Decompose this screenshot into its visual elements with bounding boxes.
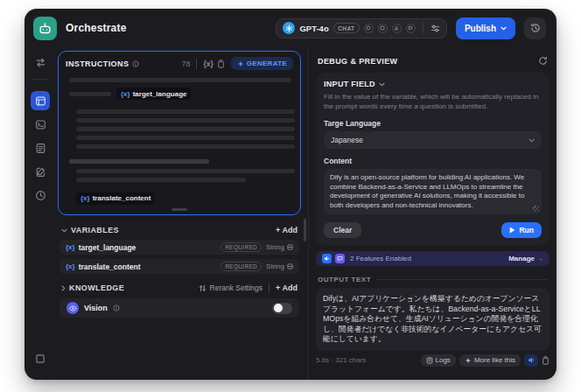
variables-title: VARIABLES <box>71 226 119 234</box>
vision-row: Vision <box>60 298 299 318</box>
logs-button[interactable]: Logs <box>421 354 456 367</box>
eye-icon <box>66 302 79 314</box>
divider <box>423 23 424 33</box>
variable-name: translate_content <box>79 262 141 271</box>
variable-chip-prefix: {x} <box>121 90 130 98</box>
variables-header[interactable]: VARIABLES + Add <box>61 226 298 234</box>
output-title: OUTPUT TEXT <box>318 276 371 284</box>
resize-handle[interactable] <box>172 208 187 211</box>
publish-label: Publish <box>465 24 496 33</box>
variable-chip-name: target_language <box>133 90 187 98</box>
divider <box>32 79 48 80</box>
app-window: Orchestrate GPT-4o CHAT <box>24 9 556 380</box>
instructions-editor[interactable]: INSTRUCTIONS 78 {x} <box>58 51 301 215</box>
required-badge: REQUIRED <box>220 242 262 252</box>
feature-indicator-icon-2[interactable] <box>378 24 388 33</box>
features-banner: 2 Features Enabled Manage → <box>316 251 550 266</box>
model-name: GPT-4o <box>299 24 328 33</box>
history-icon <box>530 23 541 33</box>
feature-speech-icon <box>322 254 332 263</box>
vision-toggle[interactable] <box>272 303 292 314</box>
chevron-right-icon <box>61 285 66 291</box>
feature-indicator-icon-1[interactable] <box>364 24 374 33</box>
type-settings-icon[interactable] <box>287 263 293 270</box>
variable-name: target_language <box>79 243 136 252</box>
collapse-panel-icon[interactable] <box>31 349 50 368</box>
rail-item-annotation-icon[interactable] <box>31 162 50 181</box>
generate-button[interactable]: GENERATE <box>231 57 293 70</box>
content-label: Content <box>324 157 542 165</box>
type-settings-icon[interactable] <box>287 244 293 250</box>
speak-button[interactable] <box>524 354 538 367</box>
variable-chip[interactable]: {x} translate_content <box>76 192 155 205</box>
variable-type-label: String <box>266 243 284 251</box>
copy-icon[interactable] <box>217 60 225 68</box>
features-enabled-text: 2 Features Enabled <box>350 255 411 262</box>
model-selector[interactable]: GPT-4o CHAT <box>276 18 446 38</box>
clipboard-icon <box>542 356 550 365</box>
prompt-text-line <box>76 136 295 140</box>
info-icon <box>132 60 139 67</box>
refresh-icon[interactable] <box>538 56 548 66</box>
toggle-knob <box>274 304 283 312</box>
input-field-header[interactable]: INPUT FIELD <box>324 80 542 88</box>
required-badge: REQUIRED <box>220 262 262 271</box>
run-button[interactable]: Run <box>501 222 542 238</box>
divider <box>269 283 270 293</box>
instructions-title: INSTRUCTIONS <box>66 60 129 68</box>
variable-type: String <box>266 243 293 251</box>
app-avatar[interactable] <box>33 17 57 40</box>
chevron-down-icon <box>528 138 535 143</box>
output-card: Difyは、AIアプリケーションを構築するためのオープンソースプラットフォームで… <box>316 288 550 351</box>
rail-item-monitoring-icon[interactable] <box>31 186 50 205</box>
content-textarea[interactable]: Dify is an open-source platform for buil… <box>324 169 542 214</box>
feature-indicator-icon-3[interactable] <box>392 24 402 33</box>
variable-chip[interactable]: {x} target_language <box>116 88 191 100</box>
prompt-text-line <box>76 127 295 131</box>
publish-button[interactable]: Publish <box>456 18 515 39</box>
prompt-text-line <box>69 159 209 164</box>
model-provider-icon <box>283 22 295 34</box>
rail-item-prompt-log[interactable] <box>31 115 50 134</box>
add-variable-button[interactable]: + Add <box>276 226 298 234</box>
clear-button[interactable]: Clear <box>324 222 361 238</box>
logs-label: Logs <box>436 356 451 364</box>
sparkle-icon <box>465 357 472 364</box>
input-field-title: INPUT FIELD <box>324 80 375 88</box>
copy-output-button[interactable] <box>542 356 550 365</box>
swap-model-icon[interactable] <box>31 52 50 72</box>
insert-variable-icon[interactable]: {x} <box>203 60 213 68</box>
variable-row[interactable]: {x} translate_content REQUIRED String <box>60 259 299 274</box>
model-params-icon[interactable] <box>430 24 440 33</box>
prompt-text-line <box>76 144 295 149</box>
prompt-text-line <box>76 178 246 182</box>
add-knowledge-button[interactable]: + Add <box>276 284 298 292</box>
chevron-down-icon <box>61 228 67 233</box>
history-button[interactable] <box>524 18 546 39</box>
generate-label: GENERATE <box>247 60 287 67</box>
variable-prefix: {x} <box>66 243 75 251</box>
rerank-icon <box>199 284 206 292</box>
input-field-card: INPUT FIELD Fill in the value of the var… <box>316 73 550 245</box>
scrollbar-thumb[interactable] <box>304 219 306 242</box>
resize-grip-icon[interactable] <box>533 206 539 212</box>
language-select[interactable]: Japanese <box>324 131 542 149</box>
left-rail <box>24 47 56 380</box>
knowledge-title: KNOWLEDGE <box>69 284 124 292</box>
variable-row[interactable]: {x} target_language REQUIRED String <box>60 240 299 255</box>
knowledge-header[interactable]: KNOWLEDGE Rerank Settings + Add <box>61 283 298 293</box>
feature-indicator-icon-4[interactable] <box>406 24 416 33</box>
more-like-this-button[interactable]: More like this <box>459 354 521 367</box>
variable-type: String <box>266 262 293 270</box>
chevron-down-icon <box>379 82 385 87</box>
char-count: 78 <box>181 60 190 68</box>
rail-item-orchestrate[interactable] <box>31 91 50 110</box>
debug-preview-panel: DEBUG & PREVIEW INPUT FIELD Fill in the … <box>308 47 556 380</box>
language-value: Japanese <box>331 136 528 144</box>
manage-features-link[interactable]: Manage → <box>508 255 543 262</box>
prompt-text-line <box>76 109 295 114</box>
info-icon <box>113 304 120 312</box>
rerank-settings-button[interactable]: Rerank Settings <box>199 284 262 292</box>
rail-item-logs-icon[interactable] <box>31 138 50 158</box>
prompt-text-line <box>76 169 295 173</box>
